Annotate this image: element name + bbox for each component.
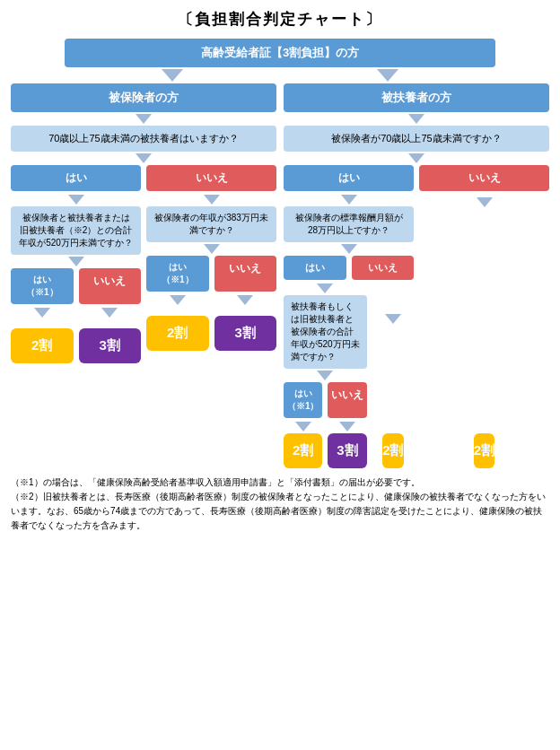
right-yy-row: はい （※1） いいえ	[284, 382, 367, 418]
arrow	[136, 153, 152, 163]
right-yes-branch: 被保険者の標準報酬月額が28万円以上ですか？ はい いいえ 被扶養者もしくは旧被…	[284, 193, 414, 468]
footnotes: （※1）の場合は、「健康保険高齢受給者基準収入額適用申請書」と「添付書類」の届出…	[11, 475, 549, 533]
right-no-branch: 2割	[419, 193, 549, 468]
left-column: 被保険者の方 70歳以上75歳未満の被扶養者はいますか？ はい いいえ 被保険者…	[11, 83, 276, 468]
arrow	[170, 295, 186, 305]
arrow	[295, 422, 311, 432]
right-yes-btn: はい	[284, 165, 414, 191]
outcome-2-1: 2割	[11, 328, 74, 363]
outcome-2-3: 2割	[284, 433, 322, 468]
arrow	[477, 197, 493, 207]
left-yes-branch: 被保険者と被扶養者または旧被扶養者（※2）との合計年収が520万円未満ですか？ …	[11, 193, 141, 363]
arrow	[317, 371, 333, 380]
right-column: 被扶養者の方 被保険者が70歳以上75歳未満ですか？ はい いいえ 被保険者の標…	[284, 83, 549, 468]
left-yes-no-btn: いいえ	[79, 268, 142, 304]
arrow	[385, 314, 401, 324]
right-header: 被扶養者の方	[284, 83, 549, 112]
arrow-down-right	[377, 69, 398, 82]
yes-no-row3: はい （※1） いいえ	[146, 256, 276, 292]
arrow	[408, 153, 424, 163]
left-yes-btn: はい	[11, 165, 141, 191]
right-q1: 被保険者が70歳以上75歳未満ですか？	[284, 126, 549, 152]
right-yy-no-btn: いいえ	[328, 382, 366, 418]
left-yy-branch: 2割	[11, 306, 74, 363]
arrow	[204, 244, 220, 254]
right-no2-btn: いいえ	[352, 256, 415, 280]
arrow	[341, 195, 357, 205]
arrow	[237, 295, 253, 305]
right-no-btn: いいえ	[419, 165, 549, 191]
outcome-3-3: 3割	[328, 433, 366, 468]
right-yy-branch: 被扶養者もしくは旧被扶養者と被保険者の合計年収が520万円未満ですか？ はい （…	[284, 282, 367, 468]
arrow	[339, 422, 355, 432]
right-yes-no-row: はい いいえ	[284, 165, 549, 191]
left-no-branch: 被保険者の年収が383万円未満ですか？ はい （※1） いいえ 2割	[146, 193, 276, 363]
arrow	[408, 114, 424, 124]
outcome-2-5: 2割	[474, 433, 494, 468]
arrow-down-left	[162, 69, 183, 82]
left-yes-q: 被保険者と被扶養者または旧被扶養者（※2）との合計年収が520万円未満ですか？	[11, 206, 141, 255]
right-yn-branch: 2割	[372, 282, 414, 468]
left-ny-branch: 2割	[146, 293, 209, 351]
page-title: 〔負担割合判定チャート〕	[178, 9, 382, 30]
arrow	[341, 244, 357, 254]
arrow	[101, 308, 118, 318]
left-no-q: 被保険者の年収が383万円未満ですか？	[146, 206, 276, 242]
arrow	[68, 257, 84, 266]
outcome-2-2: 2割	[146, 316, 209, 351]
right-yyn-branch: 3割	[328, 420, 366, 468]
arrow	[204, 195, 220, 205]
arrow	[136, 114, 152, 124]
right-yes-q: 被扶養者もしくは旧被扶養者と被保険者の合計年収が520万円未満ですか？	[284, 295, 367, 369]
left-yes-yes-btn: はい （※1）	[11, 268, 74, 304]
yes-no-row: はい いいえ	[11, 165, 276, 191]
arrow	[68, 195, 84, 205]
left-no-btn: いいえ	[146, 165, 276, 191]
left-nn-branch: 3割	[214, 293, 277, 351]
arrow	[34, 308, 50, 318]
right-yy-yes-btn: はい （※1）	[284, 382, 322, 418]
top-box: 高齢受給者証【3割負担】の方	[65, 39, 495, 67]
right-yn-row: はい いいえ	[284, 256, 414, 280]
right-yyy-branch: 2割	[284, 420, 322, 468]
outcome-3-1: 3割	[79, 328, 142, 363]
left-header: 被保険者の方	[11, 83, 276, 112]
footnote1: （※1）の場合は、「健康保険高齢受給者基準収入額適用申請書」と「添付書類」の届出…	[11, 475, 549, 490]
right-yes2-btn: はい	[284, 256, 346, 280]
right-q2: 被保険者の標準報酬月額が28万円以上ですか？	[284, 206, 414, 242]
left-yn-branch: 3割	[79, 306, 142, 363]
outcome-3-2: 3割	[214, 316, 277, 351]
left-q1: 70歳以上75歳未満の被扶養者はいますか？	[11, 126, 276, 152]
footnote2: （※2）旧被扶養者とは、長寿医療（後期高齢者医療）制度の被保険者となったことによ…	[11, 490, 549, 533]
arrow	[317, 283, 333, 293]
left-no-yes-btn: はい （※1）	[146, 256, 209, 292]
left-no-no-btn: いいえ	[214, 256, 277, 292]
yes-no-row2: はい （※1） いいえ	[11, 268, 141, 304]
outcome-2-4: 2割	[382, 433, 403, 468]
